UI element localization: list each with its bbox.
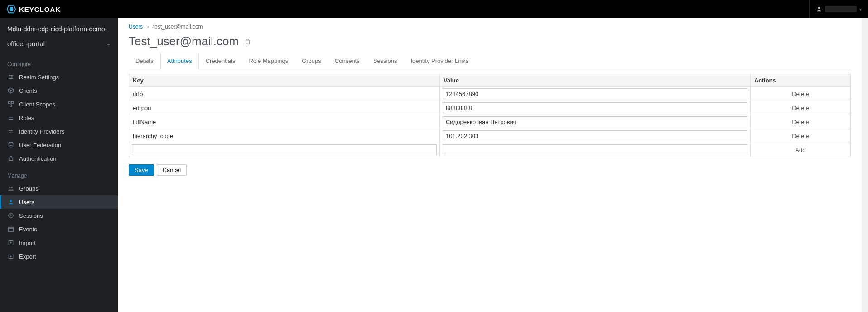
sidebar-item-authentication[interactable]: Authentication — [0, 152, 118, 165]
user-menu[interactable]: ▾ — [809, 0, 862, 18]
list-icon — [7, 114, 14, 121]
cube-icon — [7, 87, 14, 94]
attr-key: fullName — [129, 115, 440, 129]
delete-row-button[interactable]: Delete — [792, 119, 809, 125]
save-button[interactable]: Save — [129, 164, 154, 176]
sidebar-item-clients[interactable]: Clients — [0, 84, 118, 97]
cubes-icon — [7, 101, 14, 108]
user-menu-name — [825, 6, 857, 12]
sidebar-nav-manage: Groups Users Sessions Events Import Expo… — [0, 182, 118, 263]
attr-key: edrpou — [129, 101, 440, 115]
sidebar-nav-configure: Realm Settings Clients Client Scopes Rol… — [0, 70, 118, 165]
sidebar-item-client-scopes[interactable]: Client Scopes — [0, 97, 118, 111]
table-row: drfo Delete — [129, 87, 851, 101]
sidebar-item-label: Identity Providers — [19, 128, 64, 135]
sidebar-item-import[interactable]: Import — [0, 236, 118, 250]
svg-rect-15 — [9, 227, 14, 231]
main-content: Users › test_user@mail.com Test_user@mai… — [118, 18, 862, 312]
tab-attributes[interactable]: Attributes — [160, 53, 199, 69]
svg-marker-1 — [9, 7, 13, 11]
sidebar-item-label: Events — [19, 226, 37, 233]
svg-rect-8 — [10, 105, 12, 106]
table-row: edrpou Delete — [129, 101, 851, 115]
breadcrumb-separator: › — [147, 24, 149, 30]
svg-rect-10 — [9, 158, 13, 160]
user-avatar-icon — [816, 6, 822, 12]
tab-sessions[interactable]: Sessions — [366, 53, 404, 69]
sidebar-item-label: Export — [19, 253, 36, 260]
page-title-text: Test_user@mail.com — [129, 34, 239, 48]
chevron-down-icon: ▾ — [859, 7, 862, 12]
tab-consents[interactable]: Consents — [328, 53, 366, 69]
svg-point-5 — [10, 78, 11, 79]
tab-identity-provider-links[interactable]: Identity Provider Links — [404, 53, 475, 69]
svg-rect-6 — [9, 102, 10, 104]
realm-selector[interactable]: officer-portal ⌄ — [0, 35, 118, 54]
sidebar-item-events[interactable]: Events — [0, 222, 118, 236]
sidebar-item-roles[interactable]: Roles — [0, 111, 118, 125]
table-row: hierarchy_code Delete — [129, 129, 851, 143]
sidebar-item-label: Groups — [19, 185, 39, 192]
attr-value-input[interactable] — [443, 102, 747, 113]
table-row-new: Add — [129, 143, 851, 157]
sidebar-section-configure: Configure — [0, 54, 118, 70]
import-icon — [7, 239, 14, 246]
sidebar-item-identity-providers[interactable]: Identity Providers — [0, 125, 118, 138]
svg-point-13 — [10, 200, 12, 202]
sliders-icon — [7, 73, 14, 81]
users-icon — [7, 185, 14, 192]
brand-text: KEYCLOAK — [19, 5, 61, 13]
attributes-table: Key Value Actions drfo Delete edrpou Del… — [129, 74, 851, 157]
tabs: Details Attributes Credentials Role Mapp… — [129, 52, 851, 69]
attr-value-input[interactable] — [443, 130, 747, 141]
tab-role-mappings[interactable]: Role Mappings — [242, 53, 295, 69]
table-header-value: Value — [439, 74, 750, 87]
sidebar-item-label: Clients — [19, 87, 37, 94]
attr-key: drfo — [129, 87, 440, 101]
breadcrumb-current: test_user@mail.com — [153, 24, 203, 30]
sidebar: Mdtu-ddm-edp-cicd-platform-demo- officer… — [0, 18, 118, 312]
realm-short-name: officer-portal — [7, 40, 45, 48]
svg-point-4 — [11, 77, 12, 77]
chevron-down-icon: ⌄ — [106, 41, 111, 47]
realm-long-name: Mdtu-ddm-edp-cicd-platform-demo- — [0, 18, 118, 35]
sidebar-item-label: Import — [19, 240, 36, 246]
page-title: Test_user@mail.com — [129, 34, 851, 48]
delete-row-button[interactable]: Delete — [792, 91, 809, 97]
sidebar-item-groups[interactable]: Groups — [0, 182, 118, 195]
attr-value-input[interactable] — [443, 88, 747, 99]
svg-point-11 — [9, 187, 11, 188]
brand-logo[interactable]: KEYCLOAK — [6, 4, 61, 14]
new-key-input[interactable] — [132, 144, 437, 155]
clock-icon — [7, 212, 14, 219]
breadcrumb-root-link[interactable]: Users — [129, 24, 143, 30]
tab-groups[interactable]: Groups — [295, 53, 328, 69]
add-row-button[interactable]: Add — [795, 147, 805, 154]
sidebar-item-label: Realm Settings — [19, 74, 59, 81]
sidebar-item-sessions[interactable]: Sessions — [0, 209, 118, 222]
delete-user-button[interactable] — [244, 38, 251, 45]
sidebar-item-export[interactable]: Export — [0, 250, 118, 263]
svg-point-3 — [10, 75, 10, 76]
form-buttons: Save Cancel — [129, 164, 851, 176]
export-icon — [7, 253, 14, 260]
sidebar-item-realm-settings[interactable]: Realm Settings — [0, 70, 118, 84]
database-icon — [7, 141, 14, 149]
delete-row-button[interactable]: Delete — [792, 133, 809, 139]
svg-point-2 — [818, 7, 820, 9]
svg-point-9 — [9, 142, 13, 144]
tab-credentials[interactable]: Credentials — [199, 53, 242, 69]
tab-details[interactable]: Details — [129, 53, 160, 69]
sidebar-item-users[interactable]: Users — [0, 195, 118, 209]
new-value-input[interactable] — [443, 144, 747, 155]
scrollbar[interactable] — [862, 18, 868, 312]
table-row: fullName Delete — [129, 115, 851, 129]
attr-key: hierarchy_code — [129, 129, 440, 143]
calendar-icon — [7, 226, 14, 233]
sidebar-section-manage: Manage — [0, 165, 118, 182]
sidebar-item-user-federation[interactable]: User Federation — [0, 138, 118, 152]
delete-row-button[interactable]: Delete — [792, 105, 809, 111]
sidebar-item-label: Authentication — [19, 155, 56, 162]
attr-value-input[interactable] — [443, 116, 747, 127]
cancel-button[interactable]: Cancel — [157, 164, 187, 176]
